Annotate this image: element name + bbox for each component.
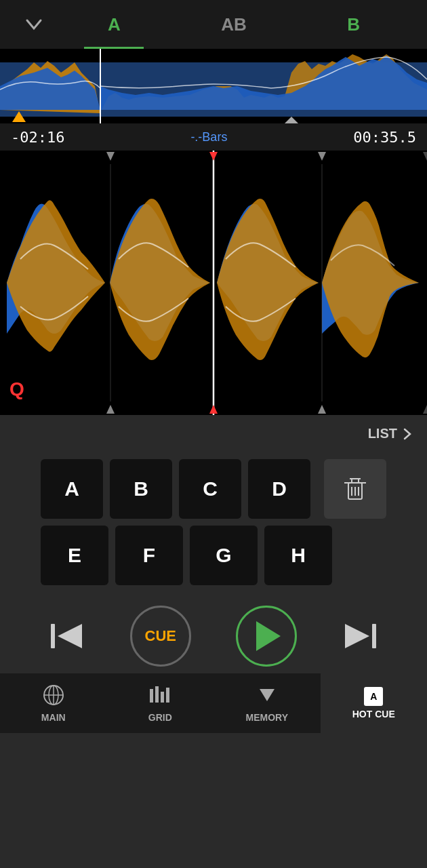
- nav-item-main[interactable]: MAIN: [0, 673, 107, 733]
- skip-back-button[interactable]: [49, 620, 85, 652]
- hotcue-btn-f[interactable]: F: [115, 526, 183, 585]
- hotcue-btn-a[interactable]: A: [41, 459, 103, 519]
- chevron-right-icon: [401, 428, 413, 440]
- hotcue-btn-g[interactable]: G: [190, 526, 258, 585]
- skip-forward-button[interactable]: [342, 620, 378, 652]
- delete-hotcue-button[interactable]: [324, 459, 386, 519]
- cue-button[interactable]: CUE: [130, 606, 191, 667]
- list-button[interactable]: LIST: [368, 426, 413, 441]
- bars-indicator: -.-Bars: [190, 130, 227, 144]
- hotcue-btn-h[interactable]: H: [264, 526, 332, 585]
- play-button[interactable]: [236, 606, 297, 667]
- top-tab-bar: A AB B: [0, 0, 427, 49]
- trash-icon: [343, 476, 367, 502]
- hotcue-row-2: E F G H: [41, 526, 386, 585]
- time-bar: -02:16 -.-Bars 00:35.5: [0, 123, 427, 151]
- svg-rect-23: [51, 624, 55, 648]
- hotcue-btn-b[interactable]: B: [110, 459, 172, 519]
- hotcue-badge: A: [364, 687, 383, 706]
- skip-back-icon: [49, 620, 85, 652]
- nav-item-memory[interactable]: MEMORY: [214, 673, 321, 733]
- svg-rect-33: [161, 692, 164, 703]
- tab-b[interactable]: B: [293, 0, 413, 49]
- svg-rect-34: [166, 688, 169, 703]
- transport-controls: CUE: [0, 599, 427, 673]
- play-icon: [256, 621, 281, 651]
- bottom-nav: MAIN GRID MEMORY A: [0, 673, 427, 733]
- time-elapsed: -02:16: [11, 129, 64, 146]
- hotcue-row-1: A B C D: [41, 459, 386, 519]
- nav-item-hotcue[interactable]: A HOT CUE: [321, 673, 428, 733]
- grid-icon: [148, 684, 171, 707]
- hotcue-btn-c[interactable]: C: [179, 459, 241, 519]
- list-area: LIST: [0, 415, 427, 452]
- tab-ab[interactable]: AB: [174, 0, 294, 49]
- overview-start-marker: [12, 111, 26, 122]
- nav-item-grid[interactable]: GRID: [107, 673, 214, 733]
- tab-a[interactable]: A: [54, 0, 174, 49]
- svg-rect-31: [150, 689, 153, 703]
- time-remaining: 00:35.5: [353, 129, 416, 146]
- cue-q-label: Q: [9, 378, 24, 400]
- svg-rect-32: [155, 686, 159, 703]
- memory-icon: [256, 684, 279, 707]
- hotcue-grid: A B C D E F: [0, 452, 427, 599]
- globe-icon: [42, 684, 65, 707]
- svg-marker-35: [260, 689, 274, 701]
- hotcue-btn-d[interactable]: D: [248, 459, 310, 519]
- skip-forward-icon: [342, 620, 378, 652]
- chevron-down-icon[interactable]: [14, 18, 54, 31]
- svg-rect-25: [372, 624, 376, 648]
- svg-marker-24: [58, 624, 82, 648]
- waveform-detail[interactable]: Q: [0, 151, 427, 415]
- svg-marker-26: [345, 624, 369, 648]
- svg-marker-2: [285, 117, 298, 123]
- waveform-overview[interactable]: [0, 49, 427, 123]
- hotcue-btn-e[interactable]: E: [41, 526, 108, 585]
